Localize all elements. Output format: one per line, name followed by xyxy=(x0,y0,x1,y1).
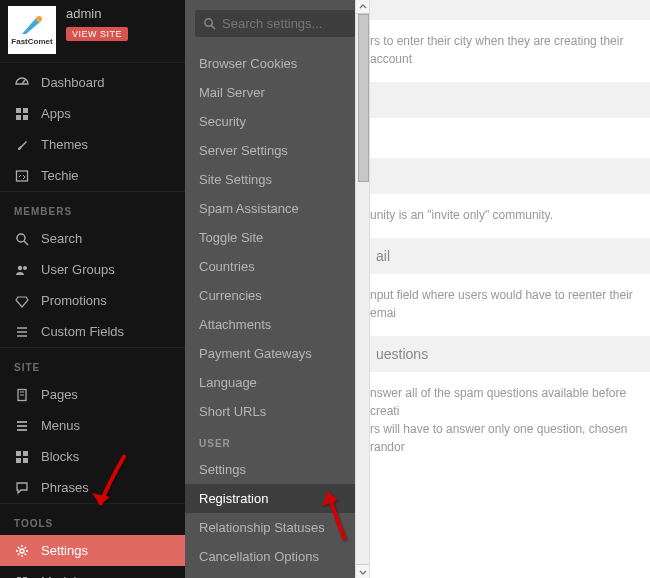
page-icon xyxy=(14,387,29,402)
sub-language[interactable]: Language xyxy=(185,368,365,397)
brand-logo[interactable]: FastComet xyxy=(8,6,56,54)
grid-icon xyxy=(14,106,29,121)
brand-name: FastComet xyxy=(11,37,52,46)
nav-label: Promotions xyxy=(41,293,107,308)
nav-phrases[interactable]: Phrases xyxy=(0,472,185,503)
nav-label: Blocks xyxy=(41,449,79,464)
nav-pages[interactable]: Pages xyxy=(0,379,185,410)
settings-search-input[interactable] xyxy=(222,16,347,31)
nav-dashboard[interactable]: Dashboard xyxy=(0,67,185,98)
dashboard-icon xyxy=(14,75,29,90)
settings-subpanel: Browser Cookies Mail Server Security Ser… xyxy=(185,0,365,578)
search-icon xyxy=(203,17,216,31)
svg-rect-23 xyxy=(23,458,28,463)
search-box[interactable] xyxy=(195,10,355,37)
sub-cancellation-options[interactable]: Cancellation Options xyxy=(185,542,365,571)
search-wrap xyxy=(185,0,365,49)
sub-server-settings[interactable]: Server Settings xyxy=(185,136,365,165)
nav-label: Phrases xyxy=(41,480,89,495)
setting-desc: unity is an "invite only" community. xyxy=(370,194,650,238)
nav-blocks[interactable]: Blocks xyxy=(0,441,185,472)
nav-site: SITE Pages Menus Blocks Phrases xyxy=(0,347,185,503)
sub-section-user: USER xyxy=(185,426,365,455)
sub-attachments[interactable]: Attachments xyxy=(185,310,365,339)
sub-relationship-statuses[interactable]: Relationship Statuses xyxy=(185,513,365,542)
svg-rect-4 xyxy=(16,115,21,120)
nav-members: MEMBERS Search User Groups Promotions Cu… xyxy=(0,191,185,347)
nav-techie[interactable]: Techie xyxy=(0,160,185,191)
setting-desc: rs to enter their city when they are cre… xyxy=(370,20,650,82)
svg-line-8 xyxy=(24,241,28,245)
nav-label: Themes xyxy=(41,137,88,152)
sub-browser-cookies[interactable]: Browser Cookies xyxy=(185,49,365,78)
svg-rect-22 xyxy=(16,458,21,463)
nav-menus[interactable]: Menus xyxy=(0,410,185,441)
svg-rect-2 xyxy=(16,108,21,113)
sub-currencies[interactable]: Currencies xyxy=(185,281,365,310)
sub-short-urls[interactable]: Short URLs xyxy=(185,397,365,426)
sub-site-settings[interactable]: Site Settings xyxy=(185,165,365,194)
nav-label: User Groups xyxy=(41,262,115,277)
scroll-down-button[interactable] xyxy=(356,564,369,578)
nav-label: Settings xyxy=(41,543,88,558)
content-area: rs to enter their city when they are cre… xyxy=(370,0,650,578)
sub-mail-server[interactable]: Mail Server xyxy=(185,78,365,107)
svg-point-9 xyxy=(17,265,21,269)
view-site-button[interactable]: VIEW SITE xyxy=(66,27,128,41)
subpanel-scrollbar[interactable] xyxy=(355,0,370,578)
nav-modules[interactable]: Modules xyxy=(0,566,185,578)
sub-user-registration[interactable]: Registration xyxy=(185,484,365,513)
sub-toggle-site[interactable]: Toggle Site xyxy=(185,223,365,252)
username-label: admin xyxy=(66,6,128,21)
setting-block-head: ail xyxy=(370,238,650,274)
section-site: SITE xyxy=(0,352,185,379)
search-icon xyxy=(14,231,29,246)
section-tools: TOOLS xyxy=(0,508,185,535)
brand-row: FastComet admin VIEW SITE xyxy=(0,0,185,62)
nav-search[interactable]: Search xyxy=(0,223,185,254)
nav-label: Techie xyxy=(41,168,79,183)
sub-countries[interactable]: Countries xyxy=(185,252,365,281)
svg-rect-20 xyxy=(16,451,21,456)
svg-point-0 xyxy=(36,16,42,22)
list-icon xyxy=(14,324,29,339)
diamond-icon xyxy=(14,293,29,308)
admin-sidebar: FastComet admin VIEW SITE Dashboard Apps… xyxy=(0,0,185,578)
menu-icon xyxy=(14,418,29,433)
nav-custom-fields[interactable]: Custom Fields xyxy=(0,316,185,347)
setting-block-head xyxy=(370,82,650,118)
sub-security[interactable]: Security xyxy=(185,107,365,136)
nav-tools: TOOLS Settings Modules xyxy=(0,503,185,578)
svg-point-7 xyxy=(17,234,25,242)
module-icon xyxy=(14,574,29,578)
nav-settings[interactable]: Settings xyxy=(0,535,185,566)
users-icon xyxy=(14,262,29,277)
chat-icon xyxy=(14,480,29,495)
nav-label: Search xyxy=(41,231,82,246)
comet-icon xyxy=(18,14,46,36)
svg-point-24 xyxy=(20,549,24,553)
setting-block-head xyxy=(370,0,650,20)
svg-point-28 xyxy=(205,18,212,25)
gear-icon xyxy=(14,543,29,558)
sub-spam-assistance[interactable]: Spam Assistance xyxy=(185,194,365,223)
nav-promotions[interactable]: Promotions xyxy=(0,285,185,316)
setting-block-head: uestions xyxy=(370,336,650,372)
nav-label: Custom Fields xyxy=(41,324,124,339)
svg-line-29 xyxy=(211,25,215,29)
nav-label: Dashboard xyxy=(41,75,105,90)
sub-user-settings[interactable]: Settings xyxy=(185,455,365,484)
nav-label: Menus xyxy=(41,418,80,433)
nav-label: Pages xyxy=(41,387,78,402)
scroll-up-button[interactable] xyxy=(356,0,369,14)
svg-rect-6 xyxy=(16,171,27,181)
scroll-thumb[interactable] xyxy=(358,14,369,182)
code-icon xyxy=(14,168,29,183)
nav-apps[interactable]: Apps xyxy=(0,98,185,129)
brush-icon xyxy=(14,137,29,152)
nav-user-groups[interactable]: User Groups xyxy=(0,254,185,285)
section-members: MEMBERS xyxy=(0,196,185,223)
nav-themes[interactable]: Themes xyxy=(0,129,185,160)
nav-label: Apps xyxy=(41,106,71,121)
sub-payment-gateways[interactable]: Payment Gateways xyxy=(185,339,365,368)
